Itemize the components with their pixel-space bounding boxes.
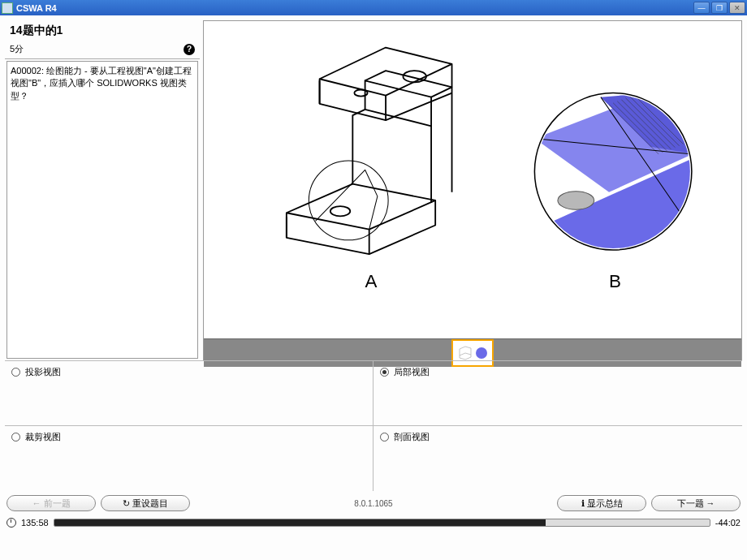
progress-fill [54,519,546,526]
minimize-button[interactable]: — [693,2,710,14]
svg-point-14 [476,347,487,359]
svg-point-6 [558,192,594,209]
drawing-svg: A [204,21,741,338]
elapsed-time: 135:58 [21,518,49,528]
label-a: A [365,271,378,291]
arrow-left-icon: ← [32,498,41,508]
answer-label: 局部视图 [394,366,430,378]
window-titlebar: CSWA R4 — ❐ ✕ [0,0,747,15]
answer-option-4[interactable]: 剖面视图 [374,426,742,491]
image-viewer[interactable]: A [204,21,741,338]
answer-grid: 投影视图 局部视图 裁剪视图 剖面视图 [5,360,742,490]
answer-option-2[interactable]: 局部视图 [374,361,742,426]
radio-icon [380,433,389,442]
reset-button[interactable]: ↻ 重设题目 [101,495,190,511]
svg-point-2 [330,206,350,216]
close-button[interactable]: ✕ [729,2,745,14]
arrow-right-icon: → [706,498,715,508]
question-points: 5分 [10,43,24,55]
window-title: CSWA R4 [16,3,693,13]
summary-button[interactable]: ℹ 显示总结 [557,495,646,511]
refresh-icon: ↻ [123,498,130,509]
answer-option-1[interactable]: 投影视图 [5,361,374,426]
remaining-time: -44:02 [715,518,741,528]
next-button[interactable]: 下一题 → [651,495,741,511]
info-icon: ℹ [581,498,585,509]
question-counter: 14题中的1 [10,24,195,38]
answer-label: 裁剪视图 [25,431,61,443]
radio-icon [380,368,389,377]
app-icon [2,2,13,14]
radio-icon [11,433,20,442]
question-text: A00002: 绘图能力 - 要从工程视图"A"创建工程视图"B"，应插入哪个 … [6,61,198,359]
prev-button[interactable]: ← 前一题 [6,495,96,511]
version-label: 8.0.1.1065 [195,499,552,508]
help-icon[interactable]: ? [184,44,195,55]
answer-option-3[interactable]: 裁剪视图 [5,426,374,491]
maximize-button[interactable]: ❐ [711,2,728,14]
answer-label: 投影视图 [25,366,61,378]
label-b: B [609,271,621,291]
progress-bar[interactable] [54,519,710,527]
clock-icon [6,518,16,528]
radio-icon [11,368,20,377]
answer-label: 剖面视图 [394,431,430,443]
